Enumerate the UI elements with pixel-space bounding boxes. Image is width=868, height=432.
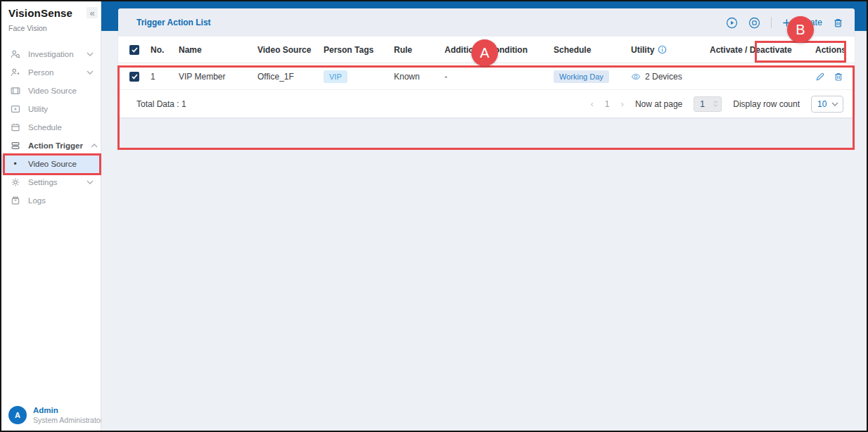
sidebar-item-schedule[interactable]: Schedule xyxy=(1,118,101,136)
panel-title: Trigger Action List xyxy=(136,18,211,27)
delete-icon[interactable] xyxy=(834,72,843,82)
logs-icon xyxy=(10,196,20,206)
settings-icon xyxy=(10,177,20,188)
pagination: ‹ 1 › xyxy=(591,99,624,109)
sidebar-item-investigation[interactable]: Investigation xyxy=(1,45,101,63)
prev-page-icon[interactable]: ‹ xyxy=(591,99,594,109)
create-button-label: Create xyxy=(796,18,822,27)
column-header-name: Name xyxy=(179,45,257,55)
sidebar-item-label: Action Trigger xyxy=(28,141,83,150)
sidebar-collapse-button[interactable]: « xyxy=(87,7,98,18)
sidebar-item-video-source[interactable]: Video Source xyxy=(1,82,101,100)
user-role: System Administrator xyxy=(33,416,103,424)
check-icon xyxy=(132,74,138,80)
sidebar-header: VisionSense Face Vision « xyxy=(1,1,101,32)
table-footer: Total Data : 1 ‹ 1 › Now at page 1 xyxy=(118,90,855,117)
sidebar-item-label: Logs xyxy=(28,196,94,205)
table-row: 1 VIP Member Office_1F VIP Known - Worki… xyxy=(118,63,855,90)
utility-devices-label: 2 Devices xyxy=(645,72,682,82)
sidebar-item-label: Video Source xyxy=(28,87,94,95)
edit-icon[interactable] xyxy=(815,72,825,82)
sidebar-item-label: Person xyxy=(28,68,79,77)
sidebar-item-label: Video Source xyxy=(28,160,94,168)
sidebar-item-label: Schedule xyxy=(28,123,94,132)
chevron-down-icon xyxy=(87,70,94,75)
user-name: Admin xyxy=(33,406,103,414)
cell-video-source: Office_1F xyxy=(257,72,324,82)
utility-devices-link[interactable]: 2 Devices xyxy=(631,72,710,82)
sidebar-item-label: Investigation xyxy=(28,50,79,58)
bullet-icon: • xyxy=(10,159,20,169)
row-count-select[interactable]: 10 xyxy=(811,96,843,113)
sidebar-item-label: Settings xyxy=(28,178,79,186)
row-count-label: Display row count xyxy=(733,99,800,109)
screen: VisionSense Face Vision « Investigation … xyxy=(0,0,868,432)
create-button[interactable]: Create xyxy=(782,18,822,27)
cell-rule: Known xyxy=(394,72,445,82)
cell-additional-condition: - xyxy=(445,72,554,82)
spinner-icon[interactable] xyxy=(713,101,718,107)
column-header-schedule: Schedule xyxy=(554,45,631,55)
sidebar-item-utility[interactable]: Utility xyxy=(1,100,101,118)
person-icon xyxy=(10,68,20,78)
schedule-icon xyxy=(10,122,20,133)
activate-button[interactable] xyxy=(726,17,738,29)
total-data-label: Total Data : 1 xyxy=(136,99,186,109)
column-header-video-source: Video Source xyxy=(257,45,324,55)
deactivate-button[interactable] xyxy=(748,17,760,29)
next-page-icon[interactable]: › xyxy=(621,99,624,109)
eye-icon xyxy=(631,72,641,82)
table-header-row: No. Name Video Source Person Tags Rule A… xyxy=(118,37,855,63)
sidebar-item-label: Utility xyxy=(28,105,94,113)
avatar[interactable]: A xyxy=(8,406,27,424)
schedule-badge: Working Day xyxy=(554,70,609,83)
plus-icon xyxy=(782,18,791,27)
row-count-value: 10 xyxy=(817,99,826,109)
sidebar-item-logs[interactable]: Logs xyxy=(1,191,101,210)
panel-header: Trigger Action List Create xyxy=(118,8,855,37)
column-header-no: No. xyxy=(151,45,179,55)
trigger-action-panel: Trigger Action List Create xyxy=(118,8,855,117)
select-all-checkbox[interactable] xyxy=(129,45,139,55)
row-checkbox[interactable] xyxy=(129,72,139,82)
panel-toolbar: Create xyxy=(726,17,843,29)
page-input-value: 1 xyxy=(700,99,705,109)
cell-name: VIP Member xyxy=(179,72,257,82)
chevron-down-icon xyxy=(831,102,838,106)
check-icon xyxy=(132,47,138,53)
sidebar-item-action-trigger[interactable]: Action Trigger xyxy=(1,136,101,155)
column-header-activate-deactivate: Activate / Deactivate xyxy=(710,45,815,55)
chevron-up-icon xyxy=(91,144,98,148)
now-at-page-label: Now at page xyxy=(635,99,682,109)
video-source-icon xyxy=(10,86,20,96)
toggle-knob xyxy=(698,78,708,88)
column-header-person-tags: Person Tags xyxy=(324,45,394,55)
sidebar: VisionSense Face Vision « Investigation … xyxy=(1,1,101,431)
sidebar-item-person[interactable]: Person xyxy=(1,63,101,82)
chevron-down-icon xyxy=(87,180,94,184)
utility-icon xyxy=(10,104,20,115)
app-subtitle: Face Vision xyxy=(8,24,72,32)
cell-no: 1 xyxy=(151,72,179,82)
delete-button[interactable] xyxy=(833,18,843,28)
column-header-utility: Utility xyxy=(631,45,654,55)
sidebar-menu: Investigation Person Video Source xyxy=(1,45,101,210)
info-icon[interactable] xyxy=(658,45,667,54)
sidebar-subitem-video-source[interactable]: • Video Source xyxy=(1,155,101,173)
app-title: VisionSense xyxy=(8,7,72,19)
page-number[interactable]: 1 xyxy=(605,99,610,109)
chevron-down-icon xyxy=(87,52,94,56)
sidebar-item-settings[interactable]: Settings xyxy=(1,173,101,191)
column-header-rule: Rule xyxy=(394,45,445,55)
main-area: Video Source Trigger Action List xyxy=(101,1,867,431)
column-header-additional-condition: Additional Condition xyxy=(445,45,554,55)
toolbar-divider xyxy=(771,17,772,28)
column-header-actions: Actions xyxy=(815,45,863,55)
page-number-input[interactable]: 1 xyxy=(694,96,722,112)
person-tag-badge: VIP xyxy=(324,70,347,83)
person-search-icon xyxy=(10,49,20,60)
action-trigger-icon xyxy=(10,141,20,151)
user-profile: A Admin System Administrator xyxy=(8,406,103,424)
